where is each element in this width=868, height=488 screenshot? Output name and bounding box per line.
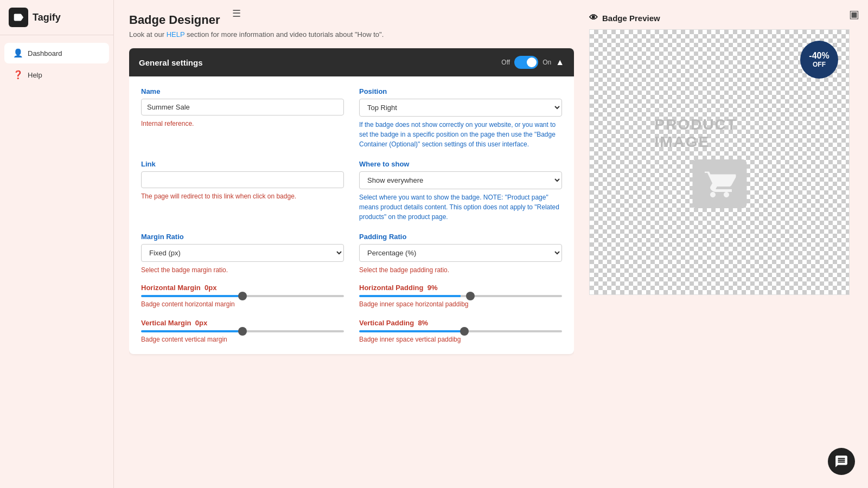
chat-bubble[interactable]: [828, 448, 855, 475]
settings-panel: General settings Off On ▲: [129, 48, 574, 354]
help-icon: ❓: [13, 70, 23, 80]
settings-header-title: General settings: [139, 58, 203, 67]
link-input[interactable]: [141, 171, 344, 188]
padding-ratio-label: Padding Ratio: [359, 233, 562, 241]
margin-ratio-field-group: Margin Ratio Fixed (px) Percentage (%) S…: [141, 233, 344, 275]
slider-row-2: Vertical Margin 0px Badge content vertic…: [141, 319, 562, 343]
vertical-padding-slider[interactable]: [359, 330, 562, 332]
sidebar-nav: 👤 Dashboard ❓ Help: [0, 35, 113, 93]
padding-ratio-select[interactable]: Percentage (%) Fixed (px): [359, 244, 562, 262]
slider-section: Horizontal Margin 0px Badge content hori…: [141, 284, 562, 343]
help-label: Help: [28, 71, 42, 79]
where-to-show-label: Where to show: [359, 160, 562, 168]
settings-header: General settings Off On ▲: [129, 48, 574, 76]
horizontal-padding-value: 9%: [427, 284, 438, 292]
horizontal-margin-hint: Badge content horizontal margin: [141, 300, 344, 308]
toggle-on-label: On: [542, 59, 551, 66]
position-hint: If the badge does not show correctly on …: [359, 120, 562, 149]
help-link[interactable]: HELP: [167, 30, 185, 38]
margin-ratio-label: Margin Ratio: [141, 233, 344, 241]
vertical-padding-label: Vertical Padding 8%: [359, 319, 562, 327]
vertical-margin-label: Vertical Margin 0px: [141, 319, 344, 327]
horizontal-padding-slider[interactable]: [359, 295, 562, 297]
dashboard-label: Dashboard: [28, 49, 62, 57]
name-field-group: Name Internal reference.: [141, 87, 344, 149]
vertical-margin-value: 0px: [195, 319, 207, 327]
dashboard-icon: 👤: [13, 48, 23, 58]
page-subtitle: Look at our HELP section for more inform…: [129, 30, 574, 38]
product-image-placeholder: PRODUCT IMAGE: [655, 116, 784, 208]
position-select[interactable]: Top Right Top Left Bottom Right Bottom L…: [359, 99, 562, 117]
margin-ratio-select[interactable]: Fixed (px) Percentage (%): [141, 244, 344, 262]
position-label: Position: [359, 87, 562, 95]
where-to-show-hint: Select where you want to show the badge.…: [359, 192, 562, 222]
chat-icon: [834, 454, 848, 468]
settings-body: Name Internal reference. Position Top Ri…: [129, 76, 574, 354]
vertical-padding-value: 8%: [418, 319, 428, 327]
link-field-group: Link The page will redirect to this link…: [141, 160, 344, 222]
vertical-margin-hint: Badge content vertical margin: [141, 336, 344, 343]
where-to-show-field-group: Where to show Show everywhere Product pa…: [359, 160, 562, 222]
settings-header-controls: Off On ▲: [501, 56, 564, 69]
padding-ratio-field-group: Padding Ratio Percentage (%) Fixed (px) …: [359, 233, 562, 275]
link-hint: The page will redirect to this link when…: [141, 191, 344, 201]
collapse-button[interactable]: ▲: [556, 57, 564, 67]
vertical-margin-slider[interactable]: [141, 330, 344, 332]
name-label: Name: [141, 87, 344, 95]
page-title: Badge Designer: [129, 13, 574, 27]
sidebar-item-dashboard[interactable]: 👤 Dashboard: [4, 43, 109, 63]
app-name: Tagify: [33, 12, 61, 23]
sidebar-logo: Tagify: [0, 0, 113, 35]
slider-row-1: Horizontal Margin 0px Badge content hori…: [141, 284, 562, 308]
sidebar-item-help[interactable]: ❓ Help: [4, 65, 109, 85]
sidebar: Tagify 👤 Dashboard ❓ Help: [0, 0, 114, 488]
vertical-padding-group: Vertical Padding 8% Badge inner space ve…: [359, 319, 562, 343]
preview-panel: 👁 Badge Preview -40% OFF PRODUCT IMAGE: [589, 13, 855, 475]
name-input[interactable]: [141, 99, 344, 115]
preview-header: 👁 Badge Preview: [589, 13, 855, 29]
hamburger-button[interactable]: ☰: [232, 8, 241, 20]
cart-icon-box: [692, 159, 746, 208]
product-image-text: PRODUCT IMAGE: [655, 116, 784, 151]
general-toggle[interactable]: [514, 56, 538, 69]
horizontal-padding-group: Horizontal Padding 9% Badge inner space …: [359, 284, 562, 308]
where-to-show-select[interactable]: Show everywhere Product page only Collec…: [359, 171, 562, 189]
cart-icon: [703, 168, 736, 200]
badge-off: OFF: [813, 61, 826, 68]
margin-ratio-hint: Select the badge margin ratio.: [141, 265, 344, 275]
preview-eye-icon: 👁: [589, 13, 598, 23]
preview-box: -40% OFF PRODUCT IMAGE: [589, 29, 850, 295]
padding-ratio-hint: Select the badge padding ratio.: [359, 265, 562, 275]
horizontal-margin-label: Horizontal Margin 0px: [141, 284, 344, 292]
position-field-group: Position Top Right Top Left Bottom Right…: [359, 87, 562, 149]
logo-icon: [9, 8, 28, 27]
name-hint: Internal reference.: [141, 119, 344, 129]
horizontal-padding-hint: Badge inner space horizontal paddibg: [359, 300, 562, 308]
badge-circle: -40% OFF: [800, 41, 838, 79]
vertical-padding-hint: Badge inner space vertical paddibg: [359, 336, 562, 343]
top-right-icon[interactable]: ▣: [849, 8, 859, 21]
horizontal-margin-group: Horizontal Margin 0px Badge content hori…: [141, 284, 344, 308]
preview-title: Badge Preview: [602, 14, 660, 23]
badge-percent: -40%: [809, 51, 829, 61]
vertical-margin-group: Vertical Margin 0px Badge content vertic…: [141, 319, 344, 343]
horizontal-margin-slider[interactable]: [141, 295, 344, 297]
toggle-off-label: Off: [501, 59, 510, 66]
horizontal-padding-label: Horizontal Padding 9%: [359, 284, 562, 292]
link-label: Link: [141, 160, 344, 168]
settings-grid: Name Internal reference. Position Top Ri…: [141, 87, 562, 275]
horizontal-margin-value: 0px: [205, 284, 216, 292]
